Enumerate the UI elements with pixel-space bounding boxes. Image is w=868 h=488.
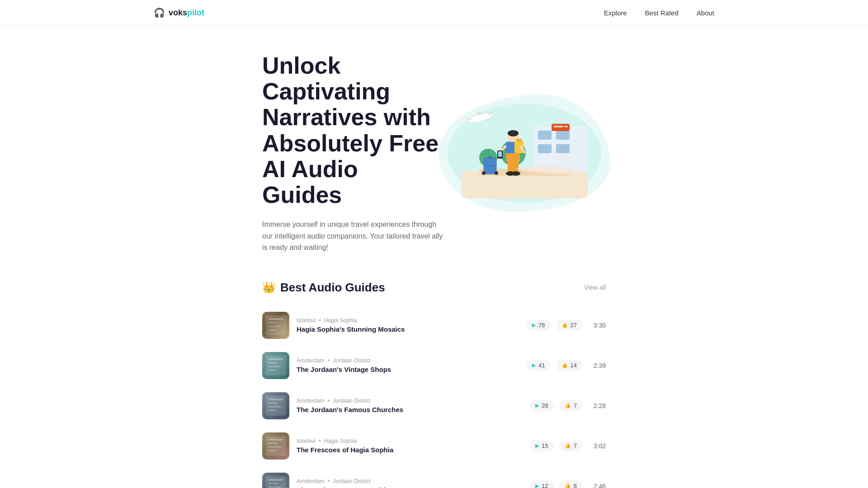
guide-info: Istanbul • Hagia Sophia The Frescoes of … bbox=[297, 438, 523, 454]
crown-icon: 👑 bbox=[262, 281, 276, 294]
separator: • bbox=[328, 357, 331, 364]
guide-location: Amsterdam • Jordaan District bbox=[297, 398, 523, 404]
play-count: 28 bbox=[542, 402, 548, 409]
guide-thumbnail bbox=[262, 312, 289, 339]
best-guides-section: 👑 Best Audio Guides View all Istanbul • … bbox=[108, 272, 760, 488]
guide-thumbnail bbox=[262, 473, 289, 488]
like-icon: 👍 bbox=[565, 403, 571, 408]
guide-item[interactable]: Amsterdam • Jordaan District The Jordaan… bbox=[262, 346, 606, 386]
like-icon: 👍 bbox=[565, 443, 571, 449]
guide-city: Istanbul bbox=[297, 438, 316, 444]
like-icon: 👍 bbox=[561, 322, 568, 328]
svg-point-22 bbox=[508, 130, 519, 136]
svg-rect-52 bbox=[269, 399, 283, 400]
like-count-badge[interactable]: 👍 7 bbox=[559, 440, 582, 451]
svg-rect-59 bbox=[269, 442, 278, 444]
play-count-badge[interactable]: ▶ 76 bbox=[527, 319, 550, 331]
guide-title: The Jordaan's Vintage Shops bbox=[297, 366, 519, 373]
svg-rect-58 bbox=[269, 439, 283, 441]
play-count-badge[interactable]: ▶ 12 bbox=[530, 480, 553, 488]
section-title-group: 👑 Best Audio Guides bbox=[262, 281, 385, 295]
guide-stats: ▶ 28 👍 7 2:28 bbox=[530, 400, 606, 411]
svg-rect-53 bbox=[269, 402, 278, 404]
guide-location: Amsterdam • Jordaan District bbox=[297, 357, 519, 364]
svg-rect-49 bbox=[269, 369, 277, 371]
guide-thumbnail bbox=[262, 352, 289, 379]
guide-stats: ▶ 15 👍 7 3:02 bbox=[530, 440, 606, 451]
svg-rect-4 bbox=[538, 131, 552, 140]
like-count-badge[interactable]: 👍 27 bbox=[556, 319, 582, 331]
nav-links: Explore Best Rated About bbox=[604, 9, 714, 17]
guide-info: Amsterdam • Jordaan District The Jordaan… bbox=[297, 398, 523, 413]
thumb-art bbox=[262, 432, 289, 460]
hero-subtitle: Immerse yourself in unique travel experi… bbox=[262, 219, 443, 253]
section-title-text: Best Audio Guides bbox=[280, 281, 385, 295]
guide-item[interactable]: Amsterdam • Jordaan District The Jordaan… bbox=[262, 386, 606, 426]
play-icon: ▶ bbox=[535, 403, 539, 408]
guide-item[interactable]: Amsterdam • Jordaan District The Jordaan… bbox=[262, 466, 606, 488]
guide-list: Istanbul • Hagia Sophia Hagia Sophia's S… bbox=[262, 305, 606, 488]
view-all-link[interactable]: View all bbox=[584, 284, 606, 291]
navbar: 🎧 vokspilot Explore Best Rated About bbox=[0, 0, 868, 26]
play-count: 41 bbox=[538, 362, 545, 369]
svg-rect-6 bbox=[538, 144, 552, 153]
like-count-badge[interactable]: 👍 7 bbox=[559, 400, 582, 411]
play-count-badge[interactable]: ▶ 28 bbox=[530, 400, 553, 411]
guide-title: Hagia Sophia's Stunning Mosaics bbox=[297, 325, 519, 333]
guide-thumbnail bbox=[262, 392, 289, 419]
svg-rect-5 bbox=[556, 131, 570, 140]
nav-about[interactable]: About bbox=[697, 9, 714, 17]
logo[interactable]: 🎧 vokspilot bbox=[154, 7, 204, 18]
nav-explore[interactable]: Explore bbox=[604, 9, 627, 17]
play-icon: ▶ bbox=[535, 483, 539, 488]
guide-district: Jordaan District bbox=[333, 398, 370, 404]
guide-title: The Frescoes of Hagia Sophia bbox=[297, 446, 523, 454]
guide-thumbnail bbox=[262, 432, 289, 460]
svg-rect-60 bbox=[269, 446, 281, 448]
like-count: 7 bbox=[574, 442, 577, 449]
traveler-illustration bbox=[443, 99, 606, 207]
guide-stats: ▶ 76 👍 27 3:30 bbox=[527, 319, 606, 331]
like-count: 27 bbox=[571, 322, 577, 328]
like-count-badge[interactable]: 👍 14 bbox=[556, 360, 582, 371]
guide-item[interactable]: Istanbul • Hagia Sophia The Frescoes of … bbox=[262, 426, 606, 466]
guide-duration: 3:30 bbox=[588, 322, 606, 329]
hero-illustration bbox=[443, 90, 606, 216]
svg-point-19 bbox=[482, 171, 486, 175]
svg-rect-32 bbox=[513, 160, 519, 173]
hero-section: Unlock Captivating Narratives with Absol… bbox=[108, 26, 760, 272]
play-count: 12 bbox=[542, 483, 548, 488]
play-count-badge[interactable]: ▶ 41 bbox=[527, 360, 550, 371]
like-count-badge[interactable]: 👍 6 bbox=[559, 480, 582, 488]
svg-point-20 bbox=[495, 171, 498, 175]
guide-district: Jordaan District bbox=[333, 478, 370, 484]
svg-rect-17 bbox=[488, 156, 492, 159]
svg-rect-26 bbox=[516, 139, 522, 141]
headphone-icon: 🎧 bbox=[154, 7, 165, 18]
svg-rect-48 bbox=[269, 366, 281, 367]
svg-rect-7 bbox=[556, 144, 570, 153]
play-count-badge[interactable]: ▶ 15 bbox=[530, 440, 553, 451]
guide-city: Amsterdam bbox=[297, 357, 324, 364]
guide-location: Istanbul • Hagia Sophia bbox=[297, 317, 519, 324]
separator: • bbox=[319, 317, 322, 324]
guide-item[interactable]: Istanbul • Hagia Sophia Hagia Sophia's S… bbox=[262, 305, 606, 346]
svg-rect-36 bbox=[553, 126, 563, 127]
like-icon: 👍 bbox=[565, 483, 571, 488]
svg-rect-40 bbox=[269, 318, 283, 320]
svg-rect-64 bbox=[269, 479, 283, 481]
guide-duration: 3:02 bbox=[588, 442, 606, 450]
hero-text: Unlock Captivating Narratives with Absol… bbox=[262, 53, 443, 253]
separator: • bbox=[319, 438, 322, 444]
thumb-art bbox=[262, 473, 289, 488]
svg-rect-46 bbox=[269, 358, 283, 360]
guide-city: Istanbul bbox=[297, 317, 316, 324]
guide-duration: 2:46 bbox=[588, 483, 606, 488]
nav-best-rated[interactable]: Best Rated bbox=[645, 9, 679, 17]
svg-rect-31 bbox=[508, 160, 513, 173]
separator: • bbox=[328, 398, 331, 404]
svg-rect-47 bbox=[269, 362, 278, 364]
svg-rect-55 bbox=[269, 409, 277, 411]
hero-title: Unlock Captivating Narratives with Absol… bbox=[262, 53, 443, 208]
section-header: 👑 Best Audio Guides View all bbox=[262, 281, 606, 295]
